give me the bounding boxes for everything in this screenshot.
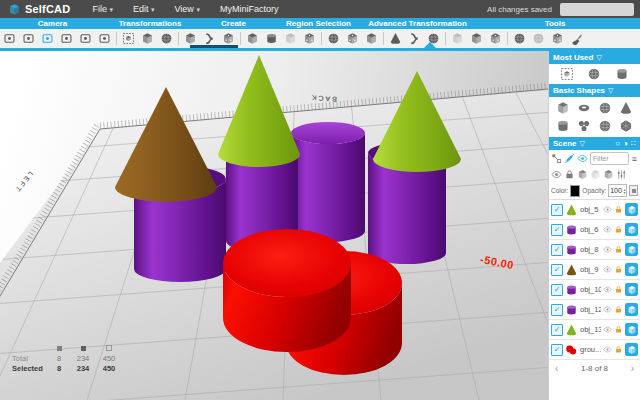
lock-icon[interactable] xyxy=(614,205,623,214)
sort-icon[interactable]: ≡ xyxy=(631,154,638,164)
toolbar-button-5[interactable] xyxy=(76,30,95,47)
toolbar-button-7[interactable] xyxy=(119,30,138,47)
object-row-obj_5[interactable]: ✓ obj_5 xyxy=(549,200,640,220)
user-account-button[interactable] xyxy=(560,3,634,16)
object-row-obj_8[interactable]: ✓ obj_8 xyxy=(549,240,640,260)
tab-create[interactable]: Create xyxy=(195,18,272,29)
eye-icon[interactable] xyxy=(577,153,588,164)
checkbox[interactable]: ✓ xyxy=(551,264,563,276)
viewport-3d[interactable]: BACK LEFT xyxy=(0,51,548,400)
tab-camera[interactable]: Camera xyxy=(0,18,105,29)
tab-transformations[interactable]: Transformations xyxy=(105,18,195,29)
isolate-button[interactable] xyxy=(625,303,638,316)
lock-icon[interactable] xyxy=(614,265,623,274)
prev-page-button[interactable]: ‹ xyxy=(555,363,558,374)
cube-icon[interactable] xyxy=(556,101,570,115)
isolate-button[interactable] xyxy=(625,263,638,276)
toolbar-button-27[interactable] xyxy=(529,30,548,47)
isolate-button[interactable] xyxy=(625,323,638,336)
toolbar-button-23[interactable] xyxy=(448,30,467,47)
isolate-button[interactable] xyxy=(625,343,638,356)
material-button[interactable] xyxy=(629,185,638,196)
object-row-obj_13[interactable]: ✓ obj_13 xyxy=(549,320,640,340)
lock-icon[interactable] xyxy=(614,225,623,234)
nodes-icon[interactable] xyxy=(551,153,562,164)
pencil-slash-icon[interactable] xyxy=(564,153,575,164)
collapse-triangle-icon[interactable]: ▽ xyxy=(580,140,585,148)
object-row-group[interactable]: ✓ grou... xyxy=(549,340,640,360)
toolbar-button-18[interactable] xyxy=(343,30,362,47)
checkbox[interactable]: ✓ xyxy=(551,224,563,236)
sphere-icon[interactable] xyxy=(598,119,612,133)
toolbar-button-9[interactable] xyxy=(157,30,176,47)
toolbar-button-28[interactable] xyxy=(548,30,567,47)
toolbar-button-15[interactable] xyxy=(281,30,300,47)
marquee-select-icon[interactable] xyxy=(560,67,574,81)
isolate-button[interactable] xyxy=(625,243,638,256)
lock-icon[interactable] xyxy=(614,345,623,354)
toolbar-button-13[interactable] xyxy=(243,30,262,47)
panel-most-used[interactable]: Most Used ▽ xyxy=(549,51,640,64)
tab-advanced-transformation[interactable]: Advanced Transformation xyxy=(365,18,470,29)
toolbar-button-25[interactable] xyxy=(486,30,505,47)
checkbox[interactable]: ✓ xyxy=(551,304,563,316)
polyhedron-icon[interactable] xyxy=(619,119,633,133)
toolbar-button-2[interactable] xyxy=(19,30,38,47)
checkbox[interactable]: ✓ xyxy=(551,344,563,356)
toolbar-button-29[interactable] xyxy=(567,30,586,47)
toolbar-button-4[interactable] xyxy=(57,30,76,47)
eye-icon[interactable] xyxy=(603,265,612,274)
toolbar-button-19[interactable] xyxy=(362,30,381,47)
toolbar-button-3-active[interactable] xyxy=(38,30,57,47)
cube-solid-icon[interactable] xyxy=(577,169,588,180)
toolbar-button-24[interactable] xyxy=(467,30,486,47)
toolbar-button-8[interactable] xyxy=(138,30,157,47)
panel-basic-shapes[interactable]: Basic Shapes ▽ xyxy=(549,84,640,97)
collapse-triangle-icon[interactable]: ▽ xyxy=(596,54,601,62)
eye-icon[interactable] xyxy=(603,325,612,334)
toolbar-button-1[interactable] xyxy=(0,30,19,47)
checkbox[interactable]: ✓ xyxy=(551,284,563,296)
cylinder-icon[interactable] xyxy=(556,119,570,133)
menu-edit[interactable]: Edit ▾ xyxy=(133,4,155,14)
lock-icon[interactable] xyxy=(564,169,575,180)
collapse-triangle-icon[interactable]: ▽ xyxy=(608,87,613,95)
toolbar-button-20[interactable] xyxy=(386,30,405,47)
lock-icon[interactable] xyxy=(614,325,623,334)
half-circle-icon[interactable]: ◑ xyxy=(623,139,628,148)
menu-myminifactory[interactable]: MyMiniFactory xyxy=(220,4,279,14)
next-page-button[interactable]: › xyxy=(631,363,634,374)
circle-icon[interactable]: ○ xyxy=(615,139,620,148)
opacity-stepper[interactable]: 100 ▴▾ xyxy=(608,184,627,197)
eye-icon[interactable] xyxy=(603,345,612,354)
grid-dots-icon[interactable]: ∷ xyxy=(631,139,636,148)
eye-icon[interactable] xyxy=(603,205,612,214)
toolbar-button-6[interactable] xyxy=(95,30,114,47)
object-row-obj_12[interactable]: ✓ obj_12 xyxy=(549,300,640,320)
spinner-arrows-icon[interactable]: ▴▾ xyxy=(623,188,625,194)
torus-icon[interactable] xyxy=(577,101,591,115)
cylinder-icon[interactable] xyxy=(615,67,629,81)
toolbar-button-14[interactable] xyxy=(262,30,281,47)
toolbar-button-21[interactable] xyxy=(405,30,424,47)
object-row-obj_6[interactable]: ✓ obj_6 xyxy=(549,220,640,240)
tab-tools[interactable]: Tools xyxy=(470,18,640,29)
object-row-obj_10[interactable]: ✓ obj_10 xyxy=(549,280,640,300)
checkbox[interactable]: ✓ xyxy=(551,324,563,336)
panel-scene[interactable]: Scene ▽ ○ ◑ ∷ xyxy=(549,137,640,150)
lock-icon[interactable] xyxy=(614,285,623,294)
eye-icon[interactable] xyxy=(603,305,612,314)
isolate-button[interactable] xyxy=(625,203,638,216)
isolate-button[interactable] xyxy=(625,223,638,236)
toolbar-button-17[interactable] xyxy=(324,30,343,47)
color-swatch[interactable] xyxy=(570,185,580,197)
sliders-icon[interactable] xyxy=(616,169,627,180)
sphere-icon[interactable] xyxy=(587,67,601,81)
tab-region-selection[interactable]: Region Selection xyxy=(272,18,365,29)
menu-file[interactable]: File ▾ xyxy=(92,4,113,14)
menu-view[interactable]: View ▾ xyxy=(175,4,200,14)
lock-icon[interactable] xyxy=(614,245,623,254)
sphere-icon[interactable] xyxy=(598,101,612,115)
toolbar-button-26[interactable] xyxy=(510,30,529,47)
lock-icon[interactable] xyxy=(614,305,623,314)
